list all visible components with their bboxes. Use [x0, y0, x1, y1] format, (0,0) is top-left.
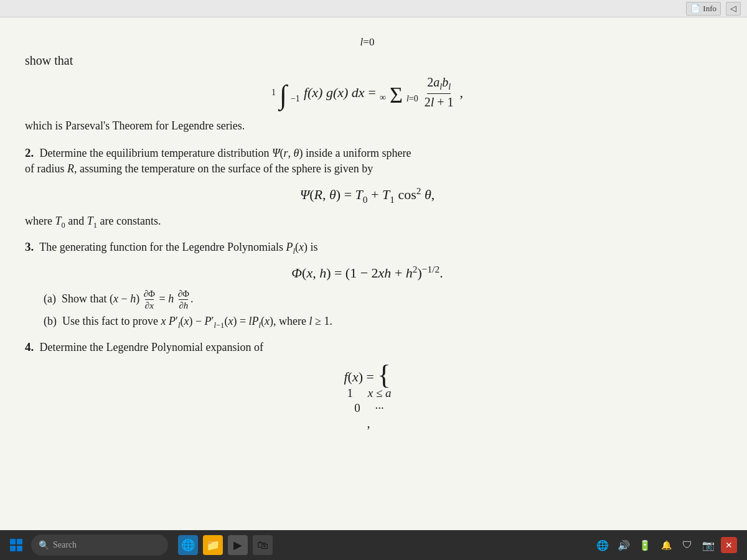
start-button[interactable] — [5, 534, 27, 556]
taskbar-icon-media[interactable]: ▶ — [228, 535, 248, 555]
problem-4-text: Determine the Legendre Polynomial expans… — [37, 341, 263, 353]
main-content: l=0 show that 1 ∫ −1 f(x) g(x) dx = ∞ Σ … — [0, 17, 747, 535]
where-constants-text: where T0 and T1 are constants. — [25, 212, 710, 231]
problem-3-text: The generating function for the Legendre… — [37, 241, 318, 253]
svg-rect-2 — [10, 546, 16, 551]
taskbar-app-icons: 🌐 📁 ▶ 🛍 — [178, 535, 273, 555]
partial-phi-h-den: ∂h — [179, 299, 188, 311]
info-label: Info — [703, 4, 716, 14]
upper-limit: 1 — [271, 88, 276, 98]
piecewise-case-1: 1 x ≤ a — [29, 386, 710, 400]
frac-denominator: 2l + 1 — [425, 94, 454, 110]
problem-3a: (a) Show that (x − h) ∂Φ ∂x = h ∂Φ ∂h . — [44, 289, 710, 311]
piecewise-case-2: 0 ··· — [29, 401, 710, 415]
parseval-theorem-text: which is Parseval's Theorem for Legendre… — [25, 117, 710, 135]
back-button[interactable]: ◁ — [726, 2, 741, 16]
piecewise-comma: , — [367, 416, 370, 430]
tray-shield-icon[interactable]: 🛡 — [679, 536, 696, 554]
search-label: Search — [53, 540, 77, 550]
sum-lower: l=0 — [406, 94, 418, 104]
edge-icon: 🌐 — [181, 538, 195, 552]
problem-3-number: 3. The generating function for the Legen… — [25, 240, 710, 256]
svg-rect-1 — [17, 539, 22, 544]
psi-equation: Ψ(R, θ) = T0 + T1 cos2 θ, — [25, 185, 710, 205]
problem-3b: (b) Use this fact to prove x P′l(x) − P′… — [44, 315, 710, 330]
info-icon: 📄 — [690, 4, 700, 14]
system-tray: 🌐 🔊 🔋 🔔 🛡 📷 ✕ — [594, 536, 742, 554]
taskbar-search-bar[interactable]: 🔍 Search — [31, 534, 168, 556]
big-brace-symbol: { — [377, 360, 390, 390]
partial-phi-x-den: ∂x — [145, 299, 154, 311]
windows-logo-icon — [9, 538, 24, 553]
equals-sign: = — [369, 85, 376, 101]
piecewise-cases: 1 x ≤ a 0 ··· — [29, 386, 710, 415]
taskbar-icon-edge[interactable]: 🌐 — [178, 535, 198, 555]
taskbar-icon-store[interactable]: 🛍 — [253, 535, 273, 555]
tray-network-icon[interactable]: 🌐 — [594, 536, 611, 554]
integral-symbol: ∫ — [280, 82, 287, 109]
info-button[interactable]: 📄 Info — [686, 2, 721, 16]
svg-rect-0 — [10, 539, 16, 544]
problem-2-number: 2. Determine the equilibrium temperature… — [25, 146, 710, 160]
partial-phi-h-num: ∂Φ — [178, 289, 189, 299]
files-icon: 📁 — [206, 538, 220, 552]
sum-symbol: Σ — [390, 84, 403, 106]
problem-3b-label: (b) — [44, 315, 57, 327]
tray-notification-icon[interactable]: 🔔 — [657, 536, 675, 554]
frac-numerator: 2albl — [427, 75, 451, 94]
partial-phi-x-num: ∂Φ — [144, 289, 155, 299]
problem-2-continued: of radius R, assuming the temperature on… — [25, 160, 710, 178]
tray-security-icon[interactable]: ✕ — [721, 537, 737, 553]
integrand: f(x) g(x) dx — [304, 85, 365, 101]
back-icon: ◁ — [730, 4, 736, 14]
piecewise-equation: f(x) = { 1 x ≤ a 0 ··· , — [25, 359, 710, 431]
tray-camera-icon[interactable]: 📷 — [700, 536, 717, 554]
trailing-comma: , — [460, 85, 464, 101]
fraction-expr: 2albl 2l + 1 — [425, 75, 454, 110]
store-icon: 🛍 — [257, 539, 268, 552]
problem-3a-label: (a) — [44, 292, 56, 305]
lower-limit: −1 — [291, 94, 300, 104]
phi-equation: Φ(x, h) = (1 − 2xh + h2)−1/2. — [25, 264, 710, 281]
media-icon: ▶ — [233, 538, 242, 552]
problem-4-number: 4. Determine the Legendre Polynomial exp… — [25, 340, 710, 354]
taskbar: 🔍 Search 🌐 📁 ▶ 🛍 🌐 🔊 🔋 🔔 🛡 📷 ✕ — [0, 530, 747, 560]
l-zero-label: l=0 — [25, 36, 710, 49]
tray-volume-icon[interactable]: 🔊 — [615, 536, 632, 554]
search-icon: 🔍 — [39, 540, 49, 551]
tray-battery-icon[interactable]: 🔋 — [636, 536, 654, 554]
taskbar-icon-files[interactable]: 📁 — [203, 535, 223, 555]
show-that-header: show that — [25, 54, 710, 68]
top-bar: 📄 Info ◁ — [0, 0, 747, 17]
svg-rect-3 — [17, 546, 22, 551]
sum-upper: ∞ — [380, 93, 386, 103]
integral-equation: 1 ∫ −1 f(x) g(x) dx = ∞ Σ l=0 2albl 2l +… — [25, 75, 710, 110]
problem-2-text: Determine the equilibrium temperature di… — [37, 147, 411, 159]
